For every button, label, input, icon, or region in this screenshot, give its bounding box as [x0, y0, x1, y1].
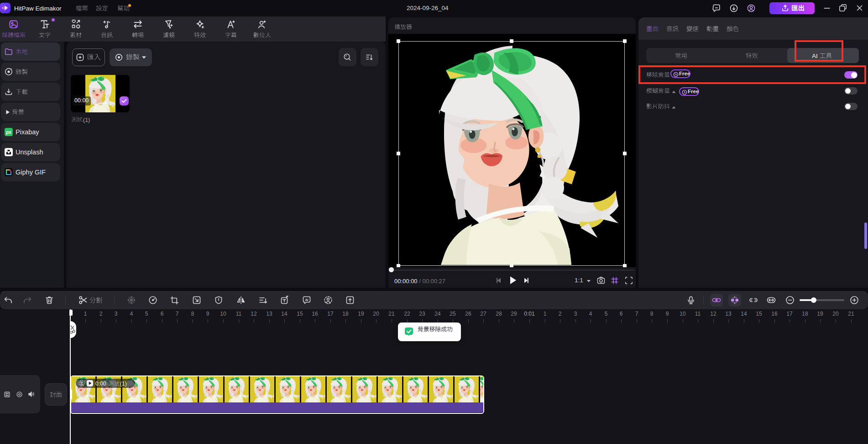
svg-text:AI: AI [305, 298, 309, 301]
svg-text:px: px [6, 130, 11, 135]
